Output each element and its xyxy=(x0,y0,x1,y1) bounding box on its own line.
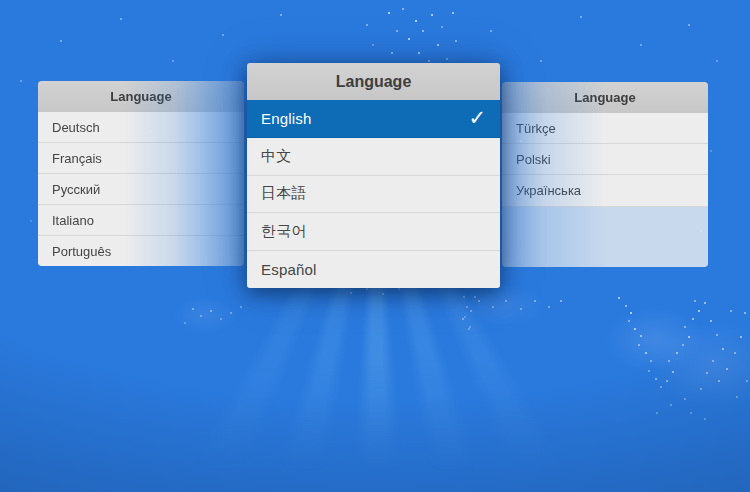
language-option-japanese[interactable]: 日本語 xyxy=(247,176,500,214)
language-option-label: Português xyxy=(52,244,111,259)
panel-header-right: Language xyxy=(502,82,708,113)
language-option-polski[interactable]: Polski xyxy=(502,144,708,175)
language-panel-right: Language Türkçe Polski Українська xyxy=(502,82,708,267)
language-option-label: Français xyxy=(52,151,102,166)
language-option-label: Русский xyxy=(52,182,100,197)
language-option-empty xyxy=(502,237,708,267)
language-list-main: English ✓ 中文 日本語 한국어 Español xyxy=(247,100,500,288)
language-option-italiano[interactable]: Italiano xyxy=(38,205,244,236)
language-option-francais[interactable]: Français xyxy=(38,143,244,174)
language-option-espanol[interactable]: Español xyxy=(247,251,500,288)
language-panel-main: Language English ✓ 中文 日本語 한국어 Español xyxy=(247,63,500,288)
panel-header-left: Language xyxy=(38,81,244,112)
language-option-label: Italiano xyxy=(52,213,94,228)
language-option-turkce[interactable]: Türkçe xyxy=(502,113,708,144)
language-option-chinese[interactable]: 中文 xyxy=(247,138,500,176)
panel-header-main: Language xyxy=(247,63,500,100)
language-option-deutsch[interactable]: Deutsch xyxy=(38,112,244,143)
language-option-russkiy[interactable]: Русский xyxy=(38,174,244,205)
language-option-label: Polski xyxy=(516,152,551,167)
language-option-korean[interactable]: 한국어 xyxy=(247,213,500,251)
language-option-label: Deutsch xyxy=(52,120,100,135)
language-selection-screen: Language Deutsch Français Русский Italia… xyxy=(0,0,750,492)
language-option-label: English xyxy=(261,110,312,127)
language-panel-left: Language Deutsch Français Русский Italia… xyxy=(38,81,244,266)
language-option-label: Español xyxy=(261,261,317,278)
language-option-label: Українська xyxy=(516,183,581,198)
language-option-label: Türkçe xyxy=(516,121,556,136)
language-option-label: 中文 xyxy=(261,147,291,166)
language-option-label: 日本語 xyxy=(261,184,307,203)
language-option-portugues[interactable]: Português xyxy=(38,236,244,266)
language-option-ukrainska[interactable]: Українська xyxy=(502,175,708,206)
language-option-english-selected[interactable]: English ✓ xyxy=(247,100,500,138)
language-list-left: Deutsch Français Русский Italiano Portug… xyxy=(38,112,244,266)
checkmark-icon: ✓ xyxy=(468,107,486,128)
language-list-right: Türkçe Polski Українська xyxy=(502,113,708,267)
language-option-label: 한국어 xyxy=(261,222,307,241)
language-option-empty xyxy=(502,207,708,237)
